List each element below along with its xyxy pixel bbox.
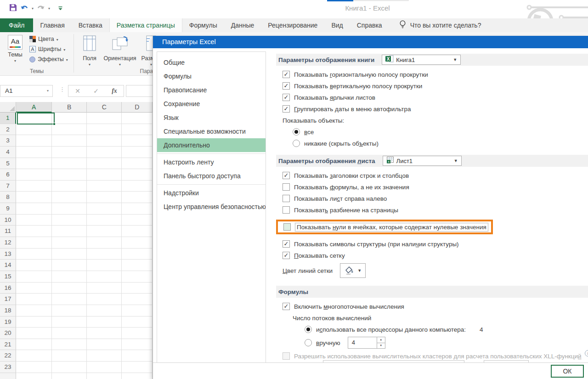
theme-colors-button[interactable]: Цвета ▾ bbox=[29, 36, 68, 42]
grid-cell[interactable] bbox=[16, 339, 52, 351]
grid-cell[interactable] bbox=[122, 215, 153, 226]
grid-cell[interactable] bbox=[87, 249, 122, 260]
grid-cell[interactable] bbox=[16, 283, 52, 294]
row-header-3[interactable]: 3 bbox=[0, 135, 16, 147]
grid-cell[interactable] bbox=[16, 373, 52, 379]
sidebar-item-proofing[interactable]: Правописание bbox=[157, 83, 266, 97]
grid-cell[interactable] bbox=[87, 135, 122, 147]
grid-cell[interactable] bbox=[87, 203, 122, 215]
grid-cell[interactable] bbox=[16, 192, 52, 203]
thread-count-spinner[interactable]: 4▲▼ bbox=[348, 337, 385, 349]
radio-button[interactable] bbox=[293, 140, 300, 147]
insert-function-icon[interactable]: fx bbox=[112, 87, 117, 95]
tell-me-box[interactable]: Что вы хотите сделать? bbox=[399, 18, 481, 32]
row-header-5[interactable]: 5 bbox=[0, 158, 16, 170]
grid-cell[interactable] bbox=[52, 226, 87, 237]
sidebar-item-general[interactable]: Общие bbox=[157, 56, 266, 69]
checkbox[interactable]: ✓ bbox=[283, 240, 290, 248]
grid-cell[interactable] bbox=[16, 350, 52, 362]
sidebar-item-quick-access-toolbar[interactable]: Панель быстрого доступа bbox=[157, 169, 266, 183]
grid-cell[interactable] bbox=[87, 113, 122, 124]
grid-cell[interactable] bbox=[52, 181, 87, 192]
row-header-22[interactable]: 22 bbox=[0, 350, 16, 362]
row-header-23[interactable]: 23 bbox=[0, 362, 16, 373]
grid-cell[interactable] bbox=[16, 124, 52, 136]
column-header-B[interactable]: B bbox=[52, 102, 87, 113]
cancel-entry-icon[interactable]: ✕ bbox=[75, 87, 80, 95]
grid-cell[interactable] bbox=[87, 169, 122, 181]
grid-cell[interactable] bbox=[87, 317, 122, 328]
orientation-button[interactable]: Ориентация ▾ bbox=[103, 35, 137, 67]
grid-cell[interactable] bbox=[52, 260, 87, 271]
row-header-2[interactable]: 2 bbox=[0, 124, 16, 136]
sidebar-item-add-ins[interactable]: Надстройки bbox=[157, 186, 266, 200]
theme-fonts-button[interactable]: A Шрифты ▾ bbox=[29, 46, 68, 52]
grid-cell[interactable] bbox=[122, 339, 153, 351]
sheet-selector[interactable]: xЛист1▼ bbox=[383, 156, 462, 166]
grid-cell[interactable] bbox=[122, 181, 153, 192]
checkbox[interactable] bbox=[283, 195, 290, 202]
themes-button[interactable]: Aa Темы ▾ bbox=[5, 35, 26, 63]
checkbox[interactable]: ✓ bbox=[283, 94, 290, 101]
spinner-down-icon[interactable]: ▼ bbox=[377, 343, 385, 349]
grid-cell[interactable] bbox=[122, 249, 153, 260]
grid-cell[interactable] bbox=[122, 271, 153, 283]
grid-cell[interactable] bbox=[122, 113, 153, 124]
grid-cell[interactable] bbox=[122, 158, 153, 170]
grid-cell[interactable] bbox=[87, 305, 122, 317]
row-header-16[interactable]: 16 bbox=[0, 283, 16, 294]
tab-page-layout[interactable]: Разметка страницы bbox=[109, 18, 182, 32]
tab-help[interactable]: Справка bbox=[350, 18, 389, 32]
redo-dropdown-icon[interactable]: ▾ bbox=[48, 6, 50, 11]
grid-cell[interactable] bbox=[87, 339, 122, 351]
grid-cell[interactable] bbox=[122, 203, 153, 215]
tab-insert[interactable]: Вставка bbox=[72, 18, 109, 32]
grid-cell[interactable] bbox=[52, 328, 87, 339]
column-header-A[interactable]: A bbox=[16, 102, 52, 113]
ok-button[interactable]: ОК bbox=[551, 365, 584, 378]
sidebar-item-save[interactable]: Сохранение bbox=[157, 97, 266, 111]
grid-cell[interactable] bbox=[122, 373, 153, 379]
checkbox[interactable] bbox=[283, 206, 290, 214]
grid-cell[interactable] bbox=[16, 317, 52, 328]
grid-cell[interactable] bbox=[16, 147, 52, 158]
grid-cell[interactable] bbox=[52, 192, 87, 203]
sidebar-item-language[interactable]: Язык bbox=[157, 111, 266, 124]
grid-cell[interactable] bbox=[52, 339, 87, 351]
grid-cell[interactable] bbox=[52, 113, 87, 124]
grid-cell[interactable] bbox=[52, 135, 87, 147]
workbook-selector[interactable]: XКнига1▼ bbox=[382, 55, 461, 65]
row-header-14[interactable]: 14 bbox=[0, 260, 16, 271]
checkbox[interactable]: ✓ bbox=[283, 105, 290, 113]
grid-cell[interactable] bbox=[52, 283, 87, 294]
row-header-9[interactable]: 9 bbox=[0, 203, 16, 215]
grid-cell[interactable] bbox=[52, 203, 87, 215]
tab-review[interactable]: Рецензирование bbox=[261, 18, 324, 32]
grid-cell[interactable] bbox=[52, 147, 87, 158]
grid-cell[interactable] bbox=[122, 124, 153, 136]
grid-cell[interactable] bbox=[87, 350, 122, 362]
row-header-15[interactable]: 15 bbox=[0, 271, 16, 283]
grid-cell[interactable] bbox=[87, 362, 122, 373]
grid-cell[interactable] bbox=[87, 215, 122, 226]
grid-cell[interactable] bbox=[52, 305, 87, 317]
grid-cell[interactable] bbox=[16, 362, 52, 373]
grid-cell[interactable] bbox=[52, 158, 87, 170]
grid-cell[interactable] bbox=[16, 203, 52, 215]
radio-button[interactable] bbox=[305, 339, 312, 346]
grid-cell[interactable] bbox=[87, 181, 122, 192]
row-header-1[interactable]: 1 bbox=[0, 113, 16, 124]
checkbox[interactable]: ✓ bbox=[283, 252, 290, 259]
grid-cell[interactable] bbox=[16, 181, 52, 192]
grid-cell[interactable] bbox=[52, 317, 87, 328]
row-header-13[interactable]: 13 bbox=[0, 249, 16, 260]
grid-cell[interactable] bbox=[52, 237, 87, 249]
checkbox[interactable]: ✓ bbox=[283, 172, 290, 179]
grid-cell[interactable] bbox=[87, 373, 122, 379]
sidebar-item-formulas[interactable]: Формулы bbox=[157, 69, 266, 83]
sidebar-item-customize-ribbon[interactable]: Настроить ленту bbox=[157, 155, 266, 169]
tab-file[interactable]: Файл bbox=[0, 18, 33, 32]
grid-cell[interactable] bbox=[87, 158, 122, 170]
fill-handle[interactable] bbox=[53, 123, 56, 125]
checkbox[interactable] bbox=[283, 223, 291, 231]
